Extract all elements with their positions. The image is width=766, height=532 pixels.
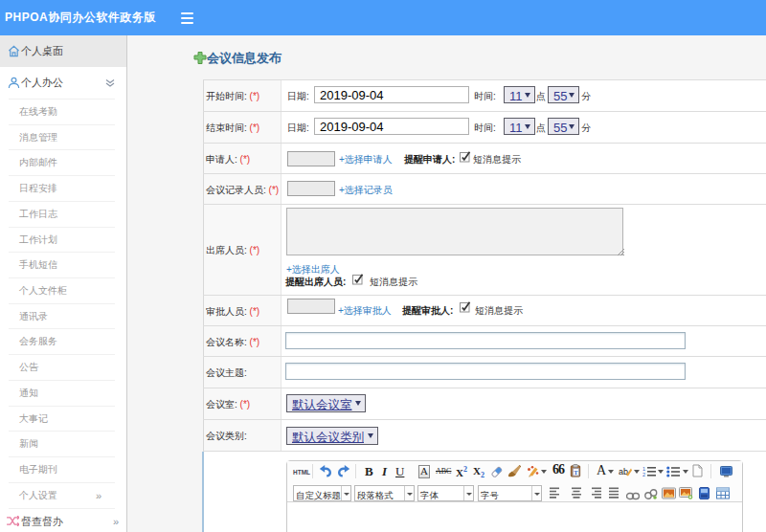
svg-text:T: T (574, 469, 578, 476)
svg-text:2: 2 (642, 472, 645, 477)
